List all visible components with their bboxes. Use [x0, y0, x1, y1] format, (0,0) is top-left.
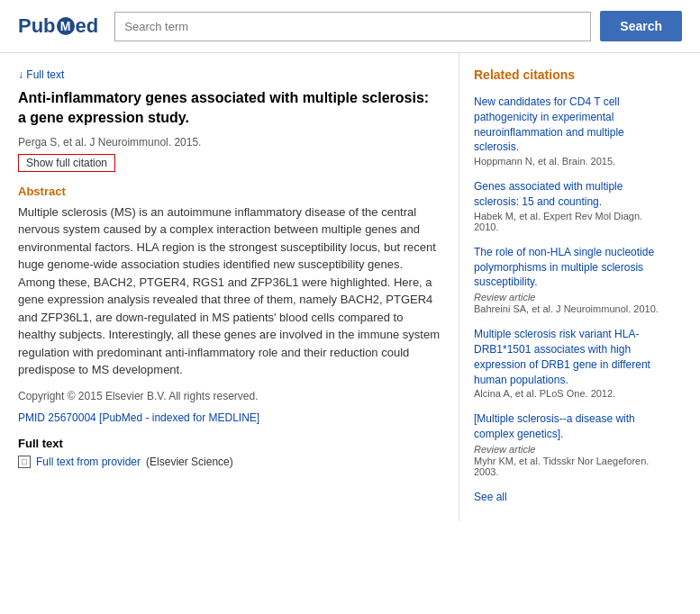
article-meta: Perga S, et al. J Neuroimmunol. 2015. [18, 136, 441, 149]
related-item: Multiple sclerosis risk variant HLA-DRB1… [474, 327, 668, 399]
fulltext-provider: □ Full text from provider (Elsevier Scie… [18, 456, 441, 468]
fulltext-link[interactable]: ↓ Full text [18, 68, 64, 81]
pmid-line: PMID 25670004 [PubMed - indexed for MEDL… [18, 411, 441, 424]
related-item-title-2[interactable]: Genes associated with multiple sclerosis… [474, 179, 668, 210]
related-item-meta-3: Bahreini SA, et al. J Neuroimmunol. 2010… [474, 303, 668, 314]
fulltext-section-heading: Full text [18, 437, 441, 450]
logo-circle: M [57, 17, 75, 35]
related-item: [Multiple sclerosis--a disease with comp… [474, 411, 668, 477]
related-citations-heading: Related citations [474, 68, 668, 82]
related-item-title-3[interactable]: The role of non-HLA single nucleotide po… [474, 245, 668, 290]
related-item-badge-5: Review article [474, 444, 668, 455]
related-item: New candidates for CD4 T cell pathogenic… [474, 95, 668, 167]
abstract-text: Multiple sclerosis (MS) is an autoimmune… [18, 203, 441, 379]
related-item-title-5[interactable]: [Multiple sclerosis--a disease with comp… [474, 411, 668, 442]
related-item-badge-3: Review article [474, 292, 668, 302]
header: PubMed Search [0, 0, 700, 53]
related-item-meta-1: Hoppmann N, et al. Brain. 2015. [474, 156, 668, 167]
search-button[interactable]: Search [600, 11, 682, 41]
related-item-meta-4: Alcina A, et al. PLoS One. 2012. [474, 388, 668, 399]
related-item-title-1[interactable]: New candidates for CD4 T cell pathogenic… [474, 95, 668, 155]
main-content: ↓ Full text Anti-inflammatory genes asso… [0, 53, 700, 521]
logo-pub-text: Pub [18, 14, 56, 38]
sidebar: Related citations New candidates for CD4… [459, 53, 683, 521]
related-item: The role of non-HLA single nucleotide po… [474, 245, 668, 314]
related-item: Genes associated with multiple sclerosis… [474, 179, 668, 232]
abstract-heading: Abstract [18, 185, 441, 198]
article-column: ↓ Full text Anti-inflammatory genes asso… [0, 53, 459, 521]
provider-name: (Elsevier Science) [146, 456, 233, 468]
provider-icon: □ [18, 456, 31, 468]
logo-ed-text: ed [76, 14, 99, 38]
related-item-meta-5: Myhr KM, et al. Tidsskr Nor Laegeforen. … [474, 456, 668, 477]
see-all-link[interactable]: See all [474, 491, 507, 503]
pubmed-logo: PubMed [18, 14, 98, 38]
related-item-title-4[interactable]: Multiple sclerosis risk variant HLA-DRB1… [474, 327, 668, 387]
related-item-meta-2: Habek M, et al. Expert Rev Mol Diagn. 20… [474, 211, 668, 232]
show-citation-button[interactable]: Show full citation [18, 154, 115, 172]
provider-link[interactable]: Full text from provider [36, 456, 141, 468]
search-input[interactable] [114, 12, 591, 41]
copyright-text: Copyright © 2015 Elsevier B.V. All right… [18, 390, 441, 402]
article-title: Anti-inflammatory genes associated with … [18, 88, 441, 129]
